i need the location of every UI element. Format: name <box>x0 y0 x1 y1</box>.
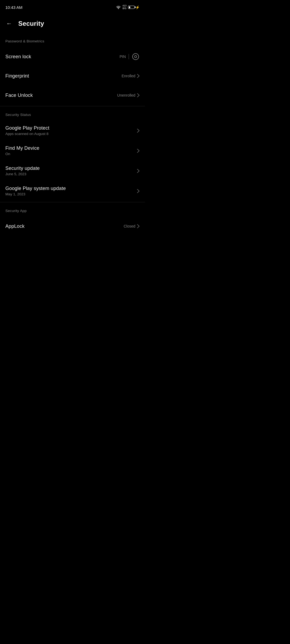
fingerprint-value: Enrolled <box>122 74 135 78</box>
status-time: 10:43 AM <box>5 5 22 10</box>
google-play-protect-left: Google Play Protect Apps scanned on Augu… <box>5 125 137 136</box>
section-divider-2 <box>0 202 145 202</box>
screen-lock-gear-icon[interactable] <box>132 53 140 61</box>
security-update-title: Security update <box>5 166 137 171</box>
chevron-right-icon <box>137 74 140 78</box>
screen-lock-left: Screen lock <box>5 54 119 60</box>
section-header-password-biometrics: Password & Biometrics <box>0 34 145 47</box>
fingerprint-right: Enrolled <box>122 74 140 78</box>
status-icons: 413 B/S ⚡ <box>116 5 140 10</box>
back-button[interactable]: ← <box>4 19 14 28</box>
section-header-security-status: Security Status <box>0 107 145 120</box>
applock-title: AppLock <box>5 224 124 229</box>
fingerprint-item[interactable]: Fingerprint Enrolled <box>0 66 145 86</box>
battery-indicator: ⚡ <box>128 5 140 9</box>
security-update-subtitle: June 5, 2023 <box>5 172 137 176</box>
find-my-device-item[interactable]: Find My Device On <box>0 141 145 161</box>
face-unlock-item[interactable]: Face Unlock Unenrolled <box>0 86 145 105</box>
face-unlock-left: Face Unlock <box>5 93 117 98</box>
chevron-right-icon <box>137 129 140 133</box>
charging-icon: ⚡ <box>135 5 140 9</box>
chevron-right-icon <box>137 189 140 193</box>
svg-point-0 <box>133 54 139 60</box>
page-title: Security <box>18 20 44 27</box>
security-update-left: Security update June 5, 2023 <box>5 166 137 176</box>
chevron-right-icon <box>137 224 140 228</box>
google-play-system-update-subtitle: May 1, 2023 <box>5 192 137 196</box>
applock-value: Closed <box>124 224 135 228</box>
screen-lock-item[interactable]: Screen lock PIN <box>0 47 145 66</box>
google-play-protect-right <box>137 129 140 133</box>
chevron-right-icon <box>137 149 140 153</box>
wifi-icon <box>116 5 121 9</box>
battery-fill <box>129 6 130 8</box>
vertical-divider <box>129 54 129 59</box>
find-my-device-right <box>137 149 140 153</box>
google-play-system-update-left: Google Play system update May 1, 2023 <box>5 186 137 196</box>
screen-lock-title: Screen lock <box>5 54 119 60</box>
google-play-system-update-title: Google Play system update <box>5 186 137 191</box>
face-unlock-right: Unenrolled <box>117 93 140 97</box>
applock-right: Closed <box>124 224 140 228</box>
google-play-system-update-item[interactable]: Google Play system update May 1, 2023 <box>0 181 145 201</box>
section-divider-1 <box>0 106 145 106</box>
face-unlock-title: Face Unlock <box>5 93 117 98</box>
back-arrow-icon: ← <box>6 20 12 27</box>
google-play-protect-subtitle: Apps scanned on August 8 <box>5 132 137 136</box>
find-my-device-left: Find My Device On <box>5 145 137 156</box>
security-update-item[interactable]: Security update June 5, 2023 <box>0 161 145 181</box>
battery-icon <box>128 6 135 9</box>
signal-strength: 413 B/S <box>122 5 126 10</box>
find-my-device-title: Find My Device <box>5 145 137 151</box>
google-play-system-update-right <box>137 189 140 193</box>
top-bar: ← Security <box>0 13 145 34</box>
svg-point-1 <box>135 56 137 58</box>
screen-lock-value: PIN <box>119 54 126 59</box>
chevron-right-icon <box>137 169 140 173</box>
status-bar: 10:43 AM 413 B/S ⚡ <box>0 0 145 13</box>
screen-lock-right: PIN <box>119 53 140 61</box>
google-play-protect-item[interactable]: Google Play Protect Apps scanned on Augu… <box>0 120 145 141</box>
find-my-device-subtitle: On <box>5 152 137 156</box>
google-play-protect-title: Google Play Protect <box>5 125 137 131</box>
chevron-right-icon <box>137 93 140 97</box>
fingerprint-title: Fingerprint <box>5 73 122 79</box>
security-update-right <box>137 169 140 173</box>
applock-left: AppLock <box>5 224 124 229</box>
applock-item[interactable]: AppLock Closed <box>0 217 145 236</box>
face-unlock-value: Unenrolled <box>117 93 135 97</box>
section-header-security-app: Security App <box>0 203 145 217</box>
gear-svg <box>132 53 139 60</box>
fingerprint-left: Fingerprint <box>5 73 122 79</box>
